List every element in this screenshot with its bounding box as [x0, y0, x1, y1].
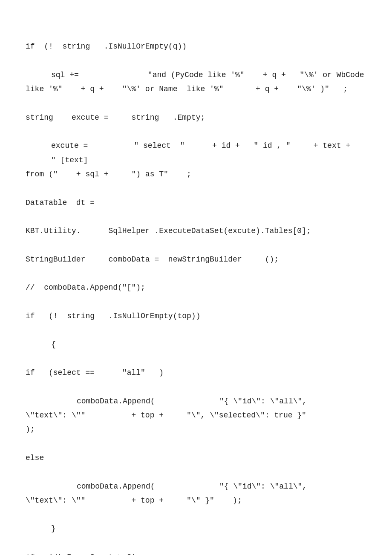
code-line: like '%" + q + "\%' or Name like '%" + q…: [26, 82, 366, 96]
code-line: comboData.Append( "{ \"id\": \"all\",: [26, 480, 366, 494]
code-line: [26, 125, 366, 139]
code-line: [26, 465, 366, 479]
code-block: if (! string .IsNullOrEmpty(q))sql += "a…: [26, 26, 366, 555]
code-line: [26, 238, 366, 252]
code-line: if (select == "all" ): [26, 366, 366, 380]
code-line: [26, 437, 366, 451]
code-line: [26, 96, 366, 110]
code-line: [26, 267, 366, 281]
code-line: excute = " select " + id + " id , " + te…: [26, 139, 366, 167]
code-line: \"text\": \"" + top + "\" }" );: [26, 494, 366, 508]
code-line: \"text\": \"" + top + "\", \"selected\":…: [26, 408, 366, 437]
code-line: [26, 181, 366, 196]
code-line: [26, 508, 366, 522]
code-line: if (dt.Rows.Count > 0): [26, 550, 366, 555]
code-line: [26, 323, 366, 337]
code-line: StringBuilder comboData = newStringBuild…: [26, 253, 366, 267]
code-line: else: [26, 451, 366, 465]
code-line: [26, 210, 366, 224]
code-line: [26, 352, 366, 366]
code-line: DataTable dt =: [26, 196, 366, 210]
code-line: [26, 54, 366, 68]
code-line: [26, 295, 366, 309]
code-line: comboData.Append( "{ \"id\": \"all\",: [26, 394, 366, 408]
code-line: [26, 380, 366, 394]
code-line: [26, 536, 366, 550]
code-line: // comboData.Append("[");: [26, 281, 366, 295]
code-line: string excute = string .Empty;: [26, 111, 366, 125]
code-line: }: [26, 522, 366, 536]
code-line: KBT.Utility. SqlHelper .ExecuteDataSet(e…: [26, 224, 366, 238]
code-line: {: [26, 338, 366, 352]
code-line: if (! string .IsNullOrEmpty(top)): [26, 309, 366, 323]
code-line: from (" + sql + ") as T" ;: [26, 167, 366, 181]
code-line: sql += "and (PyCode like '%" + q + "\%' …: [26, 68, 366, 82]
code-line: if (! string .IsNullOrEmpty(q)): [26, 40, 366, 54]
